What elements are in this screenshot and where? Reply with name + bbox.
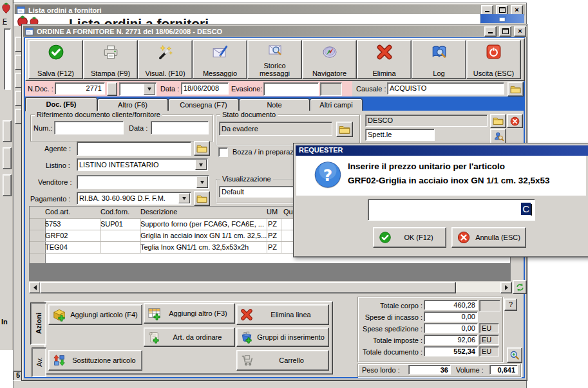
totale-corpo-aux-box — [479, 300, 500, 311]
annulla-button[interactable]: Annulla (ESC) — [451, 227, 526, 248]
col-header-codforn[interactable]: Cod.forn. — [98, 207, 141, 218]
navigatore-label: Navigatore — [303, 69, 356, 77]
chevron-down-icon[interactable] — [196, 176, 208, 188]
fornitore-clear-button[interactable] — [507, 114, 523, 128]
cell-codforn[interactable] — [98, 242, 141, 253]
carrello-button[interactable]: Carrello — [236, 350, 329, 371]
chevron-down-icon[interactable] — [144, 84, 155, 95]
ndoc-input[interactable]: 2771 — [55, 82, 105, 95]
elimina-linea-button[interactable]: Elimina linea — [236, 304, 329, 325]
bozza-checkbox[interactable] — [218, 147, 228, 157]
rif-data-input[interactable] — [151, 121, 209, 134]
left-panel-button[interactable] — [3, 147, 12, 169]
aggiungi-articolo-button[interactable]: Aggiungi articolo (F4) — [48, 304, 142, 325]
magic-wand-icon — [157, 44, 174, 60]
cell-descrizione[interactable]: Supporto forno (per FCA6G, FCA6E, ... — [138, 219, 267, 230]
agente-folder-button[interactable] — [194, 141, 210, 156]
data-input[interactable]: 18/06/2008 — [181, 82, 229, 95]
cell-codforn[interactable]: SUP01 — [98, 219, 141, 230]
cell-um[interactable]: PZ — [264, 219, 281, 230]
refresh-icon — [515, 282, 525, 292]
listino-combobox[interactable]: LISTINO INTESTATARIO — [77, 158, 208, 171]
price-input[interactable]: C — [368, 199, 535, 221]
refresh-button[interactable] — [513, 280, 527, 294]
sostituzione-articolo-button[interactable]: Sostituzione articolo — [48, 350, 142, 371]
cell-codart[interactable]: TEG04 — [43, 242, 101, 253]
log-button[interactable]: Log — [412, 40, 466, 79]
tab-note[interactable]: Note — [239, 98, 310, 111]
art-da-ordinare-button[interactable]: Art. da ordinare — [144, 328, 235, 347]
maximize-button[interactable] — [499, 26, 511, 37]
ndoc-combobox[interactable] — [119, 82, 156, 96]
navigatore-button[interactable]: Navigatore — [302, 40, 357, 79]
pagamento-combobox[interactable]: RI.BA. 30-60-90G D.F. F.M. — [77, 192, 191, 205]
cell-codforn[interactable] — [98, 230, 141, 241]
volume-field: 0,641 — [489, 365, 518, 374]
stato-folder-button[interactable] — [336, 122, 353, 137]
col-header-codart[interactable]: Cod.art. — [43, 207, 101, 218]
tab-altri-campi[interactable]: Altri campi — [310, 98, 363, 111]
pagamento-folder-button[interactable] — [194, 191, 210, 206]
red-x-icon — [376, 44, 393, 60]
cancel-x-icon — [457, 231, 470, 244]
num-input[interactable] — [54, 121, 124, 134]
cell-codart[interactable]: GRF02 — [43, 230, 101, 241]
scroll-thumb[interactable] — [40, 282, 456, 293]
selected-text: C — [521, 203, 531, 215]
cell-um[interactable]: PZ — [264, 242, 281, 253]
tab-doc[interactable]: Doc. (F5) — [25, 97, 97, 111]
visualizzazione-group-title: Visualizzazione — [220, 175, 273, 183]
menu-file-fragment[interactable]: F — [3, 17, 7, 25]
stampa-button[interactable]: Stampa (F9) — [83, 40, 138, 79]
venditore-combobox[interactable] — [77, 175, 209, 189]
salva-button[interactable]: Salva (F12) — [28, 40, 83, 79]
printer-icon — [102, 44, 119, 60]
cell-codart[interactable]: 5753 — [43, 219, 101, 230]
requester-titlebar[interactable]: REQUESTER — [296, 145, 588, 156]
cell-um[interactable]: PZ — [264, 230, 281, 241]
scroll-right-button[interactable] — [500, 282, 512, 293]
totals-help-button[interactable]: ? — [504, 299, 517, 311]
chevron-down-icon[interactable] — [195, 160, 207, 170]
elimina-button[interactable]: Elimina — [357, 40, 412, 79]
visual-button[interactable]: Visual. (F10) — [138, 40, 193, 79]
ok-button[interactable]: OK (F12) — [373, 227, 446, 248]
totals-zoom-button[interactable] — [507, 347, 522, 363]
causale-folder-button[interactable] — [507, 82, 524, 97]
col-header-descrizione[interactable]: Descrizione — [138, 207, 267, 218]
left-panel-button[interactable] — [3, 174, 12, 196]
ndoc-spin-button[interactable] — [107, 82, 117, 96]
chevron-down-icon[interactable] — [178, 193, 190, 203]
uscita-button[interactable]: Uscita (ESC) — [466, 40, 521, 79]
cell-descrizione[interactable]: Griglia in acciaio inox GN 1/1 cm. 32,5.… — [138, 230, 267, 241]
close-button[interactable]: × — [514, 26, 526, 37]
contact-search-button[interactable] — [490, 129, 506, 144]
fornitore-folder-button[interactable] — [490, 114, 506, 128]
totale-corpo-label: Totale corpo : — [380, 302, 422, 309]
cell-descrizione[interactable]: Teglia Inox GN1/1 cm. 32,5x53x2h — [138, 242, 267, 253]
messaggio-label: Messaggio — [193, 69, 247, 77]
scroll-left-button[interactable] — [29, 282, 41, 293]
left-panel-button[interactable] — [3, 120, 12, 142]
evasione-input[interactable] — [263, 82, 319, 96]
tab-altro[interactable]: Altro (F6) — [97, 98, 168, 111]
table-hscrollbar[interactable] — [29, 282, 511, 292]
minimize-button[interactable] — [484, 26, 497, 37]
storico-messaggi-button[interactable]: Storico messaggi — [247, 40, 302, 79]
messaggio-button[interactable]: Messaggio — [193, 40, 247, 79]
main-window-titlebar[interactable]: ORDINE A FORNITORE N. 2771 del 18/06/200… — [23, 26, 528, 37]
folder-icon — [339, 125, 350, 134]
tab-azioni[interactable]: Azioni — [30, 302, 46, 345]
ok-check-icon — [379, 231, 392, 244]
riferimento-group-title: Riferimento documento cliente/fornitore — [35, 111, 162, 118]
aggiungi-altro-button[interactable]: Aggiungi altro (F3) — [144, 303, 235, 324]
gruppi-inserimento-button[interactable]: Gruppi di inserimento — [236, 328, 329, 347]
tab-av[interactable]: Av. — [32, 347, 46, 377]
spettle-field[interactable]: Spett.le — [365, 129, 435, 141]
causale-field[interactable]: ACQUISTO — [387, 82, 504, 95]
row-selector[interactable] — [30, 254, 46, 263]
tab-consegna[interactable]: Consegna (F7) — [168, 98, 239, 111]
requester-message-line2: GRF02-Griglia in acciaio inox GN 1/1 cm.… — [348, 176, 550, 185]
agente-input[interactable] — [77, 142, 191, 156]
sostituzione-articolo-label: Sostituzione articolo — [66, 356, 142, 364]
